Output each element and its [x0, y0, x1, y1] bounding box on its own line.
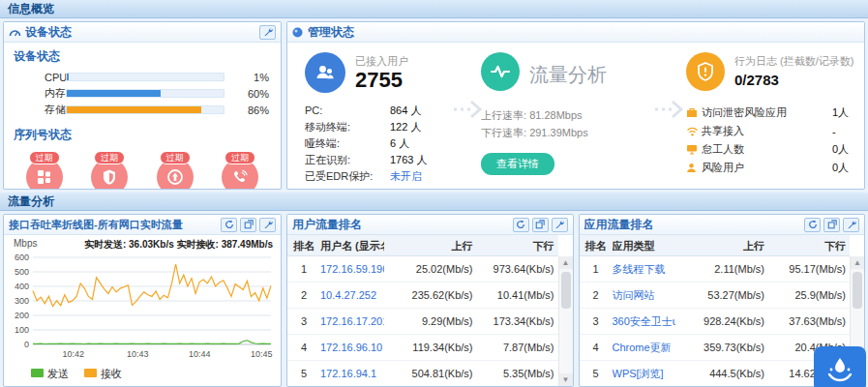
col-rank[interactable]: 排名	[287, 235, 320, 255]
col-apptype[interactable]: 应用类型	[613, 235, 676, 255]
legend-send: 发送	[31, 367, 69, 381]
gauge-icon	[9, 27, 21, 38]
row-cell: 2	[287, 283, 320, 308]
refresh-button[interactable]	[513, 218, 529, 232]
behavior-item-shared-access: 共享接入 -	[686, 122, 865, 140]
floating-assistant-logo[interactable]	[814, 346, 866, 387]
svg-text:10:45: 10:45	[251, 349, 273, 359]
chart-panel-title: 接口吞吐率折线图-所有网口实时流量	[9, 218, 218, 232]
refresh-button[interactable]	[804, 218, 821, 232]
svg-text:600: 600	[15, 253, 29, 262]
settings-wrench-button[interactable]	[259, 25, 276, 40]
row-cell: 25.02(Mb/s)	[384, 256, 473, 282]
scroll-up-arrow[interactable]: ▲	[851, 256, 864, 269]
table-row: 210.4.27.252235.62(Kb/s)10.41(Mb/s)	[287, 283, 558, 309]
row-cell: 9.29(Mb/s)	[384, 309, 473, 334]
memory-meter-track	[66, 89, 224, 98]
serial-item-security[interactable]: 过期 上网安全	[78, 149, 140, 190]
row-name-link[interactable]: 访问网站	[613, 283, 676, 308]
expired-badge: 过期	[224, 151, 255, 164]
cpu-label: CPU	[4, 72, 66, 83]
row-name-link[interactable]: 多线程下载	[613, 256, 676, 282]
throughput-chart-panel: 接口吞吐率折线图-所有网口实时流量 Mbps 实时发送: 36.03Kb/s 实…	[3, 214, 282, 387]
refresh-button[interactable]	[221, 218, 237, 232]
table-row: 4Chrome更新359.73(Kb/s)20.4(Mb/s)	[580, 335, 851, 361]
row-cell: 504.81(Kb/s)	[384, 361, 473, 386]
popout-button[interactable]	[532, 218, 549, 232]
svg-text:100: 100	[15, 325, 29, 335]
serial-item-rulebase[interactable]: 过期 规则库升级	[14, 149, 75, 190]
management-panel-title: 管理状态	[308, 24, 859, 41]
row-cell: 3	[287, 309, 320, 334]
settings-wrench-button[interactable]	[259, 218, 276, 232]
behavior-item-risk-users: 风险用户 0人	[686, 159, 865, 177]
user-traffic-ranking-panel: 用户流量排名 排名 用户名 (显示名) 上行 下行 1172.16.59.190…	[286, 214, 574, 387]
traffic-section-bar: 流量分析	[0, 193, 868, 211]
edr-not-enabled-link[interactable]: 未开启	[390, 168, 422, 185]
memory-label: 内存	[4, 86, 66, 101]
scroll-thumb[interactable]	[853, 272, 862, 309]
col-downlink[interactable]: 下行	[764, 235, 850, 255]
row-name-link[interactable]: 10.4.27.252	[320, 283, 384, 308]
svg-text:500: 500	[15, 267, 29, 277]
row-name-link[interactable]: 172.16.17.201	[320, 309, 384, 334]
row-name-link[interactable]: 360安全卫士update	[613, 309, 676, 334]
row-name-link[interactable]: 172.16.96.10	[320, 335, 384, 360]
popout-button[interactable]	[823, 218, 840, 232]
view-details-button[interactable]: 查看详情	[481, 153, 554, 175]
col-downlink[interactable]: 下行	[473, 235, 558, 255]
scroll-thumb[interactable]	[561, 272, 571, 309]
overview-section-bar: 信息概览	[0, 0, 868, 18]
cpu-meter-track	[66, 73, 224, 81]
row-name-link[interactable]: 172.16.59.190	[320, 256, 384, 282]
row-cell: 119.34(Kb/s)	[384, 335, 473, 360]
svg-text:0: 0	[24, 340, 29, 349]
connected-users-caption: 已接入用户	[355, 52, 408, 69]
row-cell: 4	[580, 335, 613, 360]
cpu-meter: CPU 1%	[4, 69, 281, 85]
behavior-item-leak-apps: 访问泄密风险应用 1人	[686, 104, 865, 122]
settings-wrench-button[interactable]	[552, 218, 568, 232]
row-cell: 173.34(Kb/s)	[473, 309, 558, 334]
realtime-rates: 实时发送: 36.03Kb/s 实时接收: 387.49Mb/s	[37, 238, 273, 252]
behavior-log-count: 0/2783	[734, 69, 853, 92]
flow-arrow-icon	[452, 99, 485, 123]
scroll-down-arrow[interactable]: ▼	[559, 373, 573, 386]
settings-wrench-button[interactable]	[843, 218, 859, 232]
col-rank[interactable]: 排名	[580, 235, 613, 255]
legend-receive: 接收	[84, 367, 122, 381]
user-table-scrollbar[interactable]: ▲ ▼	[558, 256, 573, 386]
behavior-log-caption: 行为日志 (拦截数/记录数)	[734, 52, 853, 69]
pulse-icon	[481, 52, 520, 91]
y-axis-unit: Mbps	[14, 238, 37, 252]
table-row: 5WPS[浏览]444.5(Kb/s)14.62(Mb/s)	[580, 361, 851, 386]
row-cell: 53.27(Mb/s)	[675, 283, 764, 308]
row-cell: 7.87(Mb/s)	[473, 335, 558, 360]
row-cell: 2.11(Mb/s)	[675, 256, 764, 282]
row-cell: 359.73(Kb/s)	[675, 335, 764, 360]
col-username[interactable]: 用户名 (显示名)	[320, 235, 384, 255]
expired-badge: 过期	[160, 151, 191, 164]
stat-edr: 已受EDR保护:未开启	[305, 168, 474, 185]
idle-monitor-icon	[686, 144, 702, 155]
stat-identifying: 正在识别:1763 人	[305, 152, 474, 168]
uplink-rate: 上行速率: 81.28Mbps	[481, 106, 655, 124]
row-name-link[interactable]: 172.16.94.1	[320, 361, 384, 386]
row-cell: 5.35(Mb/s)	[473, 361, 558, 386]
popout-button[interactable]	[240, 218, 256, 232]
traffic-analysis-block: 流量分析 上行速率: 81.28Mbps 下行速率: 291.39Mbps 查看…	[481, 52, 655, 175]
svg-text:300: 300	[15, 296, 29, 306]
row-cell: 25.9(Mb/s)	[764, 283, 850, 308]
serial-item-support[interactable]: 过期 技术支持服务	[209, 149, 271, 190]
serial-item-software[interactable]: 过期 软件升级	[144, 149, 206, 190]
leak-app-icon	[686, 107, 702, 118]
row-name-link[interactable]: Chrome更新	[613, 335, 676, 360]
connected-users-count: 2755	[355, 69, 408, 92]
svg-text:200: 200	[15, 311, 29, 320]
management-status-panel: 管理状态 已接入用户 2755 PC:864 人 移动终端:122 人 哑	[286, 21, 865, 190]
col-uplink[interactable]: 上行	[675, 235, 764, 255]
expired-badge: 过期	[94, 151, 125, 164]
col-uplink[interactable]: 上行	[384, 235, 473, 255]
scroll-up-arrow[interactable]: ▲	[559, 256, 573, 269]
row-name-link[interactable]: WPS[浏览]	[613, 361, 676, 386]
